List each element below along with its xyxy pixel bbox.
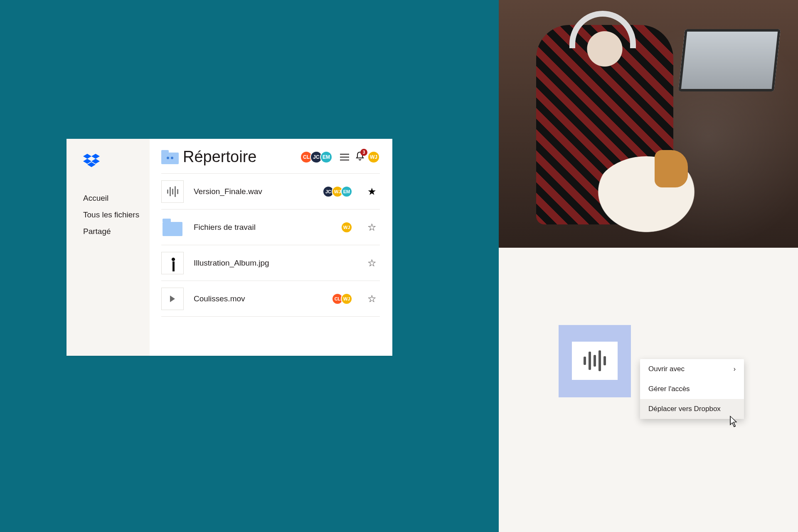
- file-row[interactable]: Coulisses.mov CL WJ ☆: [161, 281, 380, 317]
- star-icon[interactable]: ☆: [367, 257, 377, 269]
- avatar: EM: [320, 151, 332, 163]
- cursor-icon: [730, 416, 739, 428]
- file-name: Version_Finale.wav: [194, 187, 323, 196]
- svg-marker-1: [91, 154, 100, 159]
- audio-file-tile[interactable]: [559, 325, 631, 397]
- star-icon[interactable]: ★: [367, 186, 377, 197]
- context-menu-item-open-with[interactable]: Ouvrir avec ›: [640, 359, 744, 379]
- video-file-icon: [161, 288, 184, 310]
- file-row[interactable]: Illustration_Album.jpg ☆: [161, 245, 380, 281]
- sidebar: Accueil Tous les fichiers Partagé: [66, 139, 150, 356]
- list-view-icon[interactable]: [340, 154, 349, 160]
- image-thumbnail: [161, 252, 184, 274]
- file-name: Fichiers de travail: [194, 223, 341, 232]
- play-icon: [170, 296, 175, 302]
- notification-count-badge: 3: [360, 149, 367, 156]
- svg-marker-0: [83, 154, 91, 159]
- audio-file-icon: [161, 180, 184, 203]
- file-collaborators[interactable]: JC WJ EM: [323, 186, 352, 197]
- avatar: EM: [341, 186, 352, 197]
- file-row[interactable]: Fichiers de travail WJ ☆: [161, 209, 380, 245]
- shared-folder-icon: [161, 150, 179, 164]
- context-menu-label: Déplacer vers Dropbox: [648, 405, 721, 413]
- hero-photo: [499, 0, 798, 248]
- app-window: Accueil Tous les fichiers Partagé Répert…: [66, 139, 392, 356]
- file-collaborators[interactable]: WJ: [341, 222, 352, 233]
- audio-file-icon: [572, 342, 618, 380]
- file-row[interactable]: Version_Finale.wav JC WJ EM ★: [161, 174, 380, 209]
- context-menu-label: Gérer l'accès: [648, 385, 690, 393]
- context-menu-item-manage-access[interactable]: Gérer l'accès: [640, 379, 744, 399]
- context-demo-pane: Ouvrir avec › Gérer l'accès Déplacer ver…: [499, 248, 798, 532]
- right-column: Ouvrir avec › Gérer l'accès Déplacer ver…: [499, 0, 798, 532]
- sidebar-item-home[interactable]: Accueil: [83, 194, 150, 203]
- file-collaborators[interactable]: CL WJ: [332, 293, 352, 305]
- file-name: Illustration_Album.jpg: [194, 259, 352, 268]
- avatar: WJ: [341, 293, 352, 305]
- chevron-right-icon: ›: [734, 365, 736, 373]
- dropbox-logo-icon: [83, 154, 150, 170]
- context-menu-label: Ouvrir avec: [648, 365, 685, 373]
- avatar: WJ: [341, 222, 352, 233]
- notifications-button[interactable]: 3: [356, 151, 364, 163]
- page-title: Répertoire: [183, 148, 300, 166]
- current-user-avatar[interactable]: WJ: [367, 151, 380, 163]
- star-icon[interactable]: ☆: [367, 222, 377, 233]
- file-name: Coulisses.mov: [194, 294, 332, 303]
- header-row: Répertoire CL JC EM 3: [161, 148, 380, 174]
- sidebar-item-shared[interactable]: Partagé: [83, 227, 150, 236]
- sidebar-item-allfiles[interactable]: Tous les fichiers: [83, 210, 150, 219]
- star-icon[interactable]: ☆: [367, 293, 377, 305]
- context-menu: Ouvrir avec › Gérer l'accès Déplacer ver…: [640, 359, 744, 419]
- context-menu-item-move-to-dropbox[interactable]: Déplacer vers Dropbox: [640, 399, 744, 419]
- stage: Accueil Tous les fichiers Partagé Répert…: [0, 0, 798, 532]
- header-collaborator-avatars[interactable]: CL JC EM: [300, 151, 332, 163]
- folder-icon: [161, 216, 184, 239]
- content-pane: Répertoire CL JC EM 3: [150, 139, 392, 356]
